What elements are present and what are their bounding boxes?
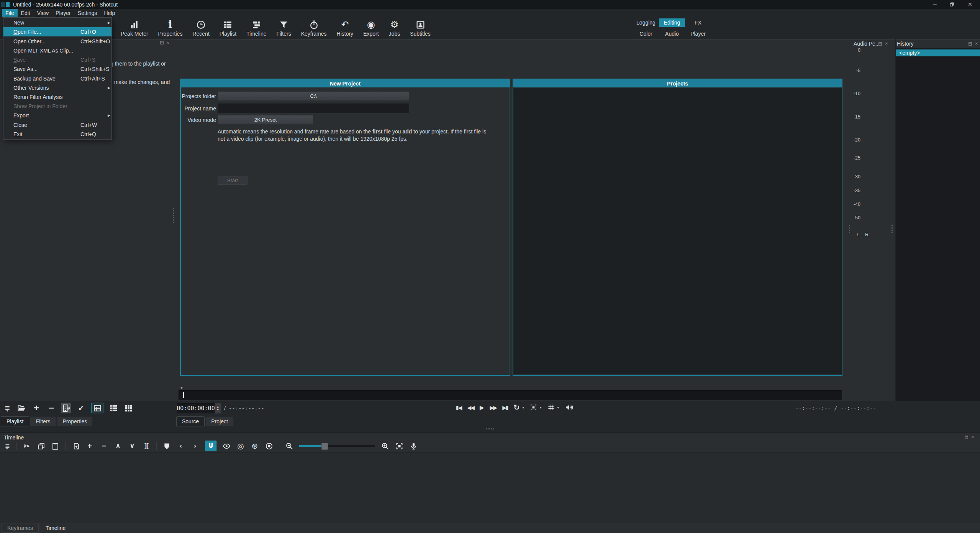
playhead-caret[interactable] [183,392,184,398]
toolbar-keyframes-button[interactable]: Keyframes [296,17,332,37]
snap-button[interactable] [205,441,216,451]
vertical-splitter-handle[interactable] [173,208,174,223]
history-float-icon[interactable] [968,42,972,46]
previous-marker-button[interactable]: ‹ [177,441,185,451]
update-playlist-button[interactable] [61,403,71,413]
file-menu-item-other-versions[interactable]: Other Versions▶ [3,83,111,92]
layout-player-button[interactable]: Player [685,30,711,38]
copy-button[interactable] [37,441,45,451]
skip-to-end-button[interactable]: ▶▮ [502,405,508,411]
loop-dropdown-icon[interactable]: ▾ [523,406,524,410]
timecode-spinner[interactable]: ▴▾ [215,403,221,414]
toolbar-filters-button[interactable]: Filters [272,17,296,37]
skip-to-start-button[interactable]: ▮◀ [456,405,461,411]
remove-from-playlist-button[interactable]: − [46,403,56,413]
tab-properties[interactable]: Properties [57,416,93,426]
dock-tab-timeline[interactable]: Timeline [40,523,71,533]
file-menu-item-close[interactable]: CloseCtrl+W [3,120,111,130]
rewind-button[interactable]: ◀◀ [467,405,474,411]
file-menu-item-show-project-in-folder[interactable]: Show Project in Folder [3,102,111,111]
layout-fx-button[interactable]: FX [685,18,711,27]
ripple-all-tracks-button[interactable]: ⊛ [251,441,259,451]
view-icons-button[interactable] [123,403,133,413]
playlist-menu-button[interactable]: ≡▾ [2,403,11,413]
toolbar-export-button[interactable]: ◉Export [358,17,383,37]
seek-bar[interactable] [179,390,842,400]
tab-project[interactable]: Project [205,416,234,426]
ripple-markers-button[interactable] [265,441,273,451]
layout-logging-button[interactable]: Logging [633,18,659,27]
overwrite-button[interactable]: ∧ [114,441,122,451]
menu-edit[interactable]: Edit [18,9,34,17]
audio-peak-close-icon[interactable]: × [885,41,888,46]
scrub-while-dragging-button[interactable] [222,441,231,451]
lift-button[interactable]: − [100,441,108,451]
toolbar-subtitles-button[interactable]: Subtitles [405,17,436,37]
view-tiles-button[interactable] [108,403,118,413]
file-menu-item-save[interactable]: SaveCtrl+S [3,55,111,64]
grid-button[interactable] [547,404,555,411]
video-mode-button[interactable]: 2K Preset [218,115,313,125]
menu-player[interactable]: Player [52,9,74,17]
timeline-zoom-slider[interactable] [299,442,375,450]
minimize-button[interactable]: ─ [932,2,938,7]
ripple-button[interactable]: ◎ [236,441,245,451]
restore-button[interactable] [949,2,955,7]
marker-button[interactable] [162,441,171,451]
append-button[interactable]: ▾ [71,441,80,451]
tab-playlist[interactable]: Playlist [1,416,29,426]
layout-color-button[interactable]: Color [633,30,659,38]
timeline-close-icon[interactable]: × [971,434,974,440]
current-timecode-input[interactable]: 00:00:00:00 [177,403,215,413]
history-empty-item[interactable]: <empty> [896,49,980,56]
tab-filters[interactable]: Filters [30,416,56,426]
timeline-tracks[interactable] [0,452,980,523]
replace-button[interactable]: ∨ [128,441,136,451]
audio-peak-float-icon[interactable] [878,42,882,46]
zoom-timeline-out-button[interactable] [285,441,293,451]
file-menu-item-export[interactable]: Export▶ [3,111,111,120]
menu-help[interactable]: Help [100,9,118,17]
open-file-icon[interactable] [16,403,26,413]
file-menu-item-open-file[interactable]: Open File...Ctrl+O [3,27,111,36]
split-playhead-button[interactable]: ][ [142,441,151,451]
history-close-icon[interactable]: × [975,41,978,46]
record-audio-button[interactable] [409,441,418,451]
file-menu-item-open-other[interactable]: Open Other...Ctrl+Shift+O [3,36,111,46]
projects-list[interactable] [514,88,841,374]
view-details-button[interactable] [91,403,103,413]
toolbar-peak-meter-button[interactable]: Peak Meter [116,17,153,37]
file-menu-item-save-as[interactable]: Save As...Ctrl+Shift+S [3,64,111,74]
hidden-panel-float-icon[interactable] [160,41,164,45]
loop-button[interactable]: ↻ [514,403,520,412]
meter-handle-right[interactable] [892,225,893,233]
toolbar-playlist-button[interactable]: Playlist [215,17,241,37]
file-menu-item-exit[interactable]: ExitCtrl+Q [3,130,111,139]
zoom-dropdown-icon[interactable]: ▾ [540,406,542,410]
tab-source[interactable]: Source [176,416,205,426]
timeline-menu-button[interactable]: ≡▾ [2,441,11,451]
next-marker-button[interactable]: › [191,441,199,451]
zoom-fit-button[interactable] [530,404,537,411]
timeline-float-icon[interactable] [964,435,969,439]
ripple-delete-button[interactable]: + [85,441,94,451]
projects-folder-button[interactable]: C:\ [218,91,409,101]
hidden-panel-close-icon[interactable]: × [166,40,169,46]
menu-settings[interactable]: Settings [74,9,101,17]
add-to-playlist-button[interactable]: + [31,403,41,413]
start-button[interactable]: Start [218,176,247,185]
toolbar-properties-button[interactable]: iProperties [153,17,188,37]
layout-audio-button[interactable]: Audio [659,30,685,38]
toolbar-timeline-button[interactable]: Timeline [241,17,271,37]
toolbar-recent-button[interactable]: Recent [187,17,214,37]
fast-forward-button[interactable]: ▶▶ [490,405,497,411]
zoom-slider-handle[interactable] [321,443,328,450]
close-button[interactable]: × [967,1,973,8]
toolbar-history-button[interactable]: ↶History [332,17,359,37]
menu-view[interactable]: View [34,9,52,17]
file-menu-item-rerun-filter-analysis[interactable]: Rerun Filter Analysis [3,92,111,102]
zoom-timeline-in-button[interactable] [381,441,389,451]
file-menu-item-backup-and-save[interactable]: Backup and SaveCtrl+Alt+S [3,74,111,83]
cut-button[interactable]: ✂ [23,441,31,451]
horizontal-splitter-handle[interactable] [486,428,494,429]
